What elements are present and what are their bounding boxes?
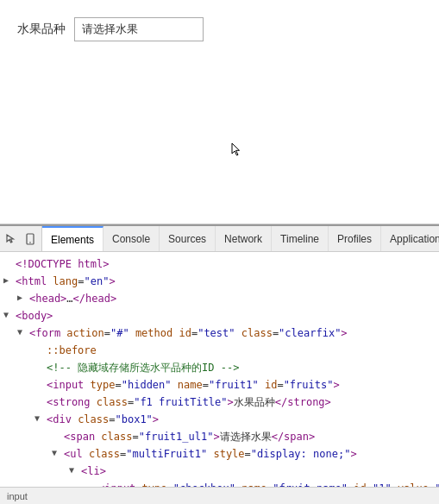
fruit-label: 水果品种 xyxy=(17,22,66,37)
inspect-element-icon[interactable] xyxy=(3,231,19,247)
code-line-4: ▼ <body> xyxy=(0,307,439,324)
code-line-9: <strong class="f1 fruitTitle">水果品种</stro… xyxy=(0,394,439,411)
breadcrumb: input xyxy=(7,491,28,501)
code-line-3: ▶ <head>…</head> xyxy=(0,290,439,307)
devtools-statusbar: input xyxy=(0,487,439,504)
tab-sources[interactable]: Sources xyxy=(160,226,216,251)
mouse-cursor xyxy=(231,142,241,156)
form-row: 水果品种 请选择水果 xyxy=(0,0,439,59)
device-toolbar-icon[interactable] xyxy=(22,231,38,247)
code-line-11: <span class="fruit1_ul1">请选择水果</span> xyxy=(0,428,439,445)
code-line-1: <!DOCTYPE html> xyxy=(0,255,439,273)
devtools-panel: Elements Console Sources Network Timelin… xyxy=(0,224,439,504)
code-line-6: ::before xyxy=(0,342,439,359)
tab-console[interactable]: Console xyxy=(103,226,160,251)
devtools-tabs: Elements Console Sources Network Timelin… xyxy=(42,226,439,251)
tab-network[interactable]: Network xyxy=(216,226,272,251)
code-line-10: ▼ <div class="box1"> xyxy=(0,411,439,428)
tab-application[interactable]: Application xyxy=(381,226,439,251)
fruit-select[interactable]: 请选择水果 xyxy=(74,17,204,41)
toolbar-icons xyxy=(0,226,42,251)
devtools-code-area[interactable]: <!DOCTYPE html> ▶ <html lang="en"> ▶ <he… xyxy=(0,252,439,487)
code-line-8: <input type="hidden" name="fruit1" id="f… xyxy=(0,376,439,394)
svg-point-1 xyxy=(29,242,31,243)
code-line-2: ▶ <html lang="en"> xyxy=(0,273,439,290)
code-line-14: <input type="checkbox" name="fruit_name"… xyxy=(0,480,439,487)
breadcrumb-input[interactable]: input xyxy=(7,491,28,501)
devtools-toolbar: Elements Console Sources Network Timelin… xyxy=(0,226,439,252)
code-line-5: ▼ <form action="#" method id="test" clas… xyxy=(0,324,439,342)
code-line-7: <!-- 隐藏域存储所选水平品种的ID --> xyxy=(0,359,439,376)
tab-timeline[interactable]: Timeline xyxy=(272,226,329,251)
code-line-12: ▼ <ul class="multiFruit1" style="display… xyxy=(0,445,439,463)
code-line-13: ▼ <li> xyxy=(0,463,439,480)
preview-area: 水果品种 请选择水果 xyxy=(0,0,439,224)
tab-elements[interactable]: Elements xyxy=(42,226,103,251)
tab-profiles[interactable]: Profiles xyxy=(329,226,381,251)
